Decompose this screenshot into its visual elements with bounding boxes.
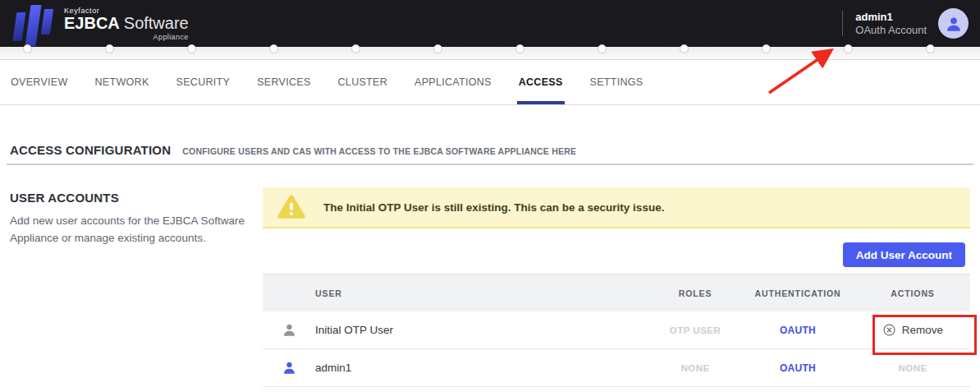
logo-bar (41, 9, 53, 35)
table-row: Initial OTP User OTP USER OAUTH Remove (263, 311, 970, 349)
add-user-account-button[interactable]: Add User Account (843, 242, 965, 267)
roles-cell: NONE (650, 363, 740, 373)
stepper-dot (269, 44, 278, 53)
tab-applications[interactable]: APPLICATIONS (414, 60, 492, 104)
remove-label: Remove (902, 324, 943, 336)
user-name: admin1 (855, 11, 927, 24)
brand-product: EJBCASoftware (64, 15, 189, 32)
user-name-cell: admin1 (315, 362, 650, 374)
toolbar: Add User Account (263, 242, 970, 267)
warning-banner: The Initial OTP User is still existing. … (263, 187, 970, 228)
table-row: admin1 NONE OAUTH NONE (263, 349, 970, 387)
nav-tabbar: OVERVIEW NETWORK SECURITY SERVICES CLUST… (0, 60, 980, 105)
circled-x-icon (882, 323, 896, 337)
authentication-cell: OAUTH (740, 325, 855, 336)
stepper-dot (105, 44, 114, 53)
actions-cell: NONE (855, 363, 970, 373)
stepper-dot (926, 44, 935, 53)
tab-services[interactable]: SERVICES (257, 60, 310, 104)
section-divider (7, 164, 973, 165)
page-title: ACCESS CONFIGURATION (10, 143, 171, 157)
brand-text: Keyfactor EJBCASoftware Appliance (64, 7, 189, 41)
person-icon (282, 322, 297, 338)
stepper-dot (187, 44, 196, 53)
column-header-user: USER (315, 288, 650, 298)
user-avatar[interactable] (938, 8, 969, 39)
user-accounts-table: USER ROLES AUTHENTICATION ACTIONS Initia… (263, 274, 970, 387)
warning-triangle-icon (277, 195, 305, 219)
tab-cluster[interactable]: CLUSTER (338, 60, 387, 104)
user-icon-cell (263, 322, 315, 338)
tab-security[interactable]: SECURITY (176, 60, 231, 104)
user-icon-cell (263, 360, 315, 376)
column-header-actions: ACTIONS (855, 288, 970, 298)
stepper-strip (0, 47, 980, 60)
stepper-dot (515, 44, 524, 53)
tab-overview[interactable]: OVERVIEW (11, 60, 68, 104)
person-icon (282, 360, 297, 376)
keyfactor-logo-icon (11, 2, 56, 45)
actions-cell: Remove (855, 323, 970, 337)
brand-sub: Appliance (64, 33, 189, 41)
brand-product-suffix: Software (124, 14, 189, 32)
tab-settings[interactable]: SETTINGS (590, 60, 643, 104)
stepper-dot (598, 44, 607, 53)
user-accounts-description: Add new user accounts for the EJBCA Soft… (10, 213, 253, 247)
user-name-cell: Initial OTP User (315, 324, 650, 336)
logo-bar (13, 12, 26, 41)
user-info[interactable]: admin1 OAuth Account (855, 11, 927, 37)
authentication-cell: OAUTH (740, 362, 855, 374)
remove-user-button[interactable]: Remove (882, 323, 943, 337)
person-icon (945, 15, 963, 33)
warning-message: The Initial OTP User is still existing. … (323, 201, 664, 214)
ejbca-appliance-page: Keyfactor EJBCASoftware Appliance admin1… (0, 0, 980, 392)
user-accounts-heading: USER ACCOUNTS (10, 191, 253, 205)
user-accounts-intro: USER ACCOUNTS Add new user accounts for … (10, 191, 253, 247)
stepper-dot (351, 44, 360, 53)
table-header-row: USER ROLES AUTHENTICATION ACTIONS (263, 274, 970, 311)
stepper-dot (23, 44, 32, 53)
tab-access[interactable]: ACCESS (519, 60, 563, 104)
user-account-type: OAuth Account (855, 24, 927, 37)
brand-product-name: EJBCA (64, 14, 120, 32)
user-accounts-panel: The Initial OTP User is still existing. … (263, 187, 970, 387)
column-header-authentication: AUTHENTICATION (740, 288, 855, 298)
logo-bar (25, 5, 41, 46)
app-header: Keyfactor EJBCASoftware Appliance admin1… (0, 0, 980, 47)
roles-cell: OTP USER (650, 325, 740, 335)
stepper-dot (762, 44, 771, 53)
header-divider (842, 11, 843, 36)
section-header: ACCESS CONFIGURATION CONFIGURE USERS AND… (10, 143, 970, 157)
tab-network[interactable]: NETWORK (95, 60, 149, 104)
stepper-dot (844, 44, 853, 53)
page-subtitle: CONFIGURE USERS AND CAS WITH ACCESS TO T… (182, 146, 576, 156)
stepper-dot (680, 44, 689, 53)
column-header-roles: ROLES (650, 288, 740, 298)
stepper-dot (433, 44, 442, 53)
